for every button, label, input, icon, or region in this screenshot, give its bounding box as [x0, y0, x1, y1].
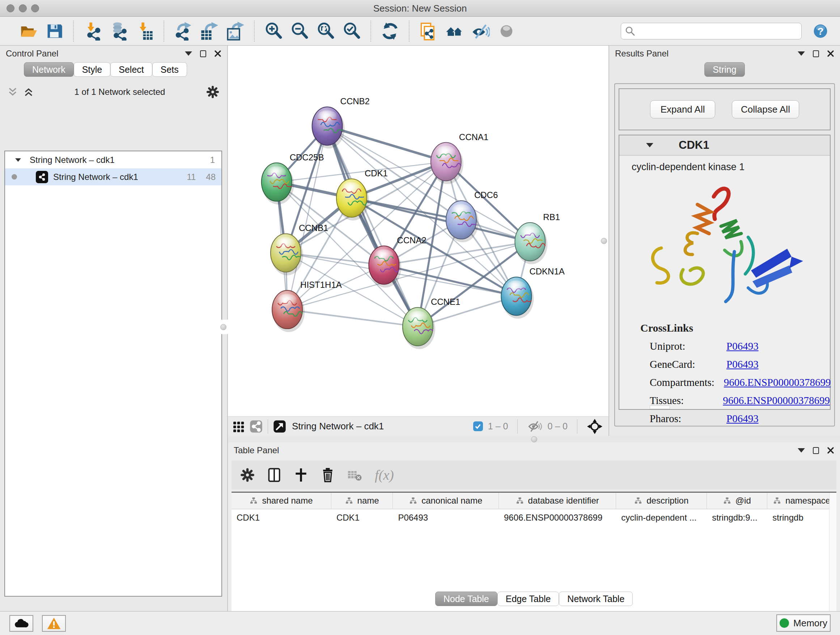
import-network-file-icon[interactable] [83, 22, 102, 41]
apply-preferred-layout-icon[interactable] [381, 22, 399, 41]
export-image-icon[interactable] [226, 22, 245, 41]
network-node-CCNA2[interactable]: CCNA2 [369, 235, 426, 287]
table-row[interactable]: CDK1CDK1P064939606.ENSP00000378699cyclin… [232, 509, 836, 526]
hide-selected-icon[interactable] [471, 22, 490, 41]
memory-label: Memory [793, 618, 827, 629]
network-node-CDC25B[interactable]: CDC25B [262, 152, 324, 204]
horizontal-splitter[interactable] [228, 436, 840, 442]
network-node-RB1[interactable]: RB1 [515, 212, 560, 264]
network-view-mode-icon[interactable] [249, 419, 264, 434]
warnings-button[interactable] [42, 615, 66, 632]
network-node-CCNE1[interactable]: CCNE1 [403, 297, 460, 349]
memory-button[interactable]: Memory [776, 614, 831, 632]
node-label-CCNB1: CCNB1 [299, 223, 328, 233]
cloud-status-button[interactable] [9, 615, 33, 632]
search-input[interactable] [636, 24, 798, 38]
column-header-name[interactable]: name [332, 493, 393, 509]
import-network-database-icon[interactable] [109, 22, 128, 41]
open-view-icon[interactable] [272, 419, 287, 434]
network-options-gear-icon[interactable] [205, 85, 220, 99]
tab-network[interactable]: Network [24, 62, 74, 77]
footer-separator [268, 419, 268, 434]
results-hscrollbar[interactable] [650, 405, 670, 409]
export-network-icon[interactable] [174, 22, 193, 41]
birdseye-navigator-icon[interactable] [587, 418, 603, 434]
tab-node-table[interactable]: Node Table [435, 592, 497, 606]
panel-menu-icon[interactable] [798, 51, 805, 56]
tab-edge-table[interactable]: Edge Table [497, 592, 559, 606]
delete-column-icon[interactable] [320, 467, 336, 483]
column-header-shared-name[interactable]: shared name [232, 493, 332, 509]
zoom-out-icon[interactable] [290, 22, 309, 41]
grid-view-icon[interactable] [232, 419, 246, 434]
close-panel-icon[interactable] [214, 50, 221, 57]
float-panel-icon[interactable] [200, 50, 206, 57]
save-session-icon[interactable] [45, 22, 64, 41]
network-node-CDKN1A[interactable]: CDKN1A [501, 266, 564, 318]
function-builder-button[interactable]: f(x) [375, 467, 394, 483]
selected-nodes-checkbox[interactable] [473, 421, 483, 431]
table-cell[interactable]: stringdb [767, 509, 836, 526]
tab-network-table[interactable]: Network Table [559, 592, 633, 606]
network-node-HIST1H1A[interactable]: HIST1H1A [272, 280, 342, 332]
panel-menu-icon[interactable] [798, 448, 805, 453]
crosslink-link[interactable]: 9606.ENSP00000378699 [724, 377, 831, 388]
float-panel-icon[interactable] [813, 50, 819, 57]
column-header--id[interactable]: @id [707, 493, 767, 509]
network-node-CCNB1[interactable]: CCNB1 [271, 223, 328, 275]
crosslink-link[interactable]: 9606.ENSP00000378699 [723, 394, 830, 407]
string-results-controls: Expand All Collapse All [619, 88, 831, 130]
splitter-handle[interactable] [531, 436, 537, 442]
zoom-selected-icon[interactable] [342, 22, 361, 41]
network-row-selected[interactable]: String Network – cdk1 11 48 [5, 168, 221, 185]
right-splitter-handle[interactable] [599, 233, 608, 248]
panel-menu-icon[interactable] [185, 51, 192, 56]
column-header-description[interactable]: description [616, 493, 707, 509]
help-icon[interactable]: ? [811, 22, 830, 41]
network-node-CCNA1[interactable]: CCNA1 [431, 132, 488, 184]
network-from-selection-icon[interactable] [419, 22, 438, 41]
table-cell[interactable]: P06493 [393, 509, 499, 526]
table-options-gear-icon[interactable] [240, 467, 256, 483]
show-columns-icon[interactable] [266, 467, 282, 483]
gene-expander-icon[interactable] [646, 143, 653, 147]
column-header-namespace[interactable]: namespace [767, 493, 836, 509]
gene-section-header[interactable]: CDK1 [619, 135, 830, 156]
table-cell[interactable]: CDK1 [232, 509, 332, 526]
expand-all-icon[interactable] [23, 87, 34, 97]
table-toolbar: f(x) [232, 461, 836, 489]
zoom-fit-icon[interactable] [316, 22, 335, 41]
table-cell[interactable]: CDK1 [332, 509, 393, 526]
column-header-database-identifier[interactable]: database identifier [499, 493, 616, 509]
tab-string[interactable]: String [704, 62, 745, 77]
tab-select[interactable]: Select [111, 62, 152, 77]
table-cell[interactable]: cyclin-dependent ... [616, 509, 707, 526]
network-collection-row[interactable]: String Network – cdk1 1 [5, 151, 221, 168]
show-all-icon[interactable] [497, 22, 516, 41]
toolbar-separator [409, 21, 409, 42]
crosslink-link[interactable]: P06493 [726, 413, 759, 424]
tab-style[interactable]: Style [74, 62, 111, 77]
open-file-icon[interactable] [19, 22, 38, 41]
tab-sets[interactable]: Sets [152, 62, 187, 77]
collapse-all-button[interactable]: Collapse All [732, 100, 799, 119]
close-panel-icon[interactable] [827, 447, 834, 454]
first-neighbors-icon[interactable] [445, 22, 464, 41]
collection-expander-icon[interactable] [15, 158, 21, 162]
float-panel-icon[interactable] [813, 447, 819, 454]
crosslink-link[interactable]: P06493 [726, 340, 759, 352]
crosslink-link[interactable]: P06493 [726, 358, 759, 371]
import-table-file-icon[interactable] [135, 22, 154, 41]
collapse-all-icon[interactable] [7, 87, 18, 97]
column-header-canonical-name[interactable]: canonical name [393, 493, 499, 509]
expand-all-button[interactable]: Expand All [650, 100, 715, 119]
network-canvas[interactable]: CCNB2CCNA1CDC25BCDK1CDC6RB1CCNB1CCNA2CDK… [228, 46, 608, 416]
table-cell[interactable]: stringdb:9... [707, 509, 767, 526]
left-splitter-handle[interactable] [218, 320, 228, 334]
close-panel-icon[interactable] [827, 50, 834, 57]
zoom-in-icon[interactable] [264, 22, 283, 41]
create-column-icon[interactable] [293, 467, 309, 483]
export-table-icon[interactable] [200, 22, 218, 41]
network-node-CCNB2[interactable]: CCNB2 [312, 96, 370, 149]
table-cell[interactable]: 9606.ENSP00000378699 [499, 509, 616, 526]
